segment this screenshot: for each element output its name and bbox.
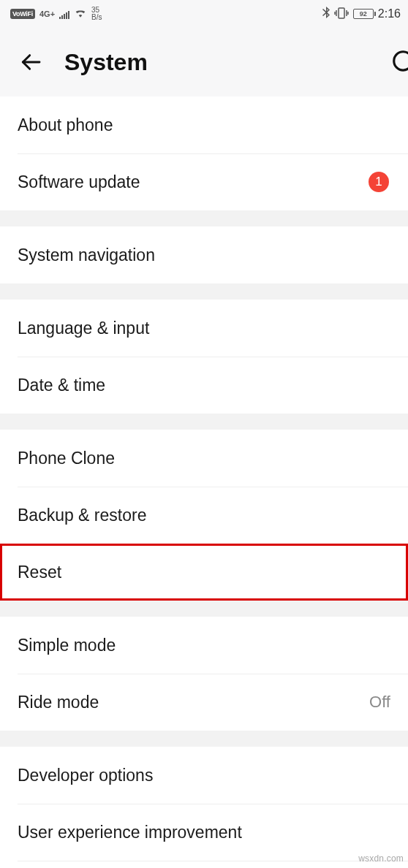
row-label: System navigation <box>18 245 390 265</box>
page-title: System <box>64 49 369 76</box>
row-developer-options[interactable]: Developer options <box>0 747 408 804</box>
row-label: Date & time <box>18 376 390 395</box>
group-about: About phone Software update 1 <box>0 96 408 210</box>
settings-list: About phone Software update 1 System nav… <box>0 96 408 868</box>
wifi-icon <box>74 7 87 20</box>
row-label: Language & input <box>18 319 390 338</box>
section-gap <box>0 601 408 617</box>
section-gap <box>0 731 408 747</box>
system-settings-screen: VoWiFi 4G+ 35 B/s 92 2:16 Syst <box>0 0 408 868</box>
status-left: VoWiFi 4G+ 35 B/s <box>10 7 102 21</box>
row-reset[interactable]: Reset <box>0 544 408 601</box>
row-label: Developer options <box>18 766 390 785</box>
row-label: User experience improvement <box>18 823 390 842</box>
row-certification-logos[interactable]: Certification logos <box>0 861 408 868</box>
section-gap <box>0 414 408 430</box>
header: System <box>0 28 408 96</box>
row-label: Backup & restore <box>18 506 390 525</box>
row-label: Phone Clone <box>18 449 390 468</box>
row-language-input[interactable]: Language & input <box>0 300 408 357</box>
battery-icon: 92 <box>353 9 374 19</box>
group-language-date: Language & input Date & time <box>0 300 408 414</box>
section-gap <box>0 210 408 226</box>
row-user-experience[interactable]: User experience improvement <box>0 804 408 861</box>
row-system-navigation[interactable]: System navigation <box>0 226 408 283</box>
search-button[interactable] <box>386 46 408 78</box>
watermark: wsxdn.com <box>358 853 404 864</box>
bluetooth-icon <box>322 7 330 21</box>
update-badge: 1 <box>369 172 389 192</box>
section-gap <box>0 283 408 300</box>
status-bar: VoWiFi 4G+ 35 B/s 92 2:16 <box>0 0 408 28</box>
back-button[interactable] <box>15 46 47 78</box>
row-label: About phone <box>18 115 390 135</box>
group-navigation: System navigation <box>0 226 408 283</box>
row-label: Ride mode <box>18 693 369 712</box>
vowifi-indicator: VoWiFi <box>10 9 35 19</box>
group-modes: Simple mode Ride mode Off <box>0 617 408 731</box>
row-value: Off <box>369 693 390 712</box>
network-indicator: 4G+ <box>39 11 55 18</box>
clock: 2:16 <box>378 7 401 20</box>
row-label: Reset <box>18 563 390 582</box>
row-backup-restore[interactable]: Backup & restore <box>0 487 408 544</box>
search-icon <box>390 48 408 76</box>
status-right: 92 2:16 <box>322 7 401 21</box>
row-software-update[interactable]: Software update 1 <box>0 153 408 210</box>
group-clone-backup-reset: Phone Clone Backup & restore Reset <box>0 430 408 601</box>
row-label: Simple mode <box>18 636 390 655</box>
group-developer: Developer options User experience improv… <box>0 747 408 868</box>
network-speed: 35 B/s <box>91 7 102 21</box>
svg-rect-0 <box>339 8 344 18</box>
vibrate-icon <box>334 7 349 21</box>
row-phone-clone[interactable]: Phone Clone <box>0 430 408 487</box>
svg-point-2 <box>394 52 408 70</box>
row-simple-mode[interactable]: Simple mode <box>0 617 408 674</box>
row-about-phone[interactable]: About phone <box>0 96 408 153</box>
row-date-time[interactable]: Date & time <box>0 357 408 414</box>
signal-icon <box>59 9 69 19</box>
row-ride-mode[interactable]: Ride mode Off <box>0 674 408 731</box>
back-arrow-icon <box>19 50 42 74</box>
row-label: Software update <box>18 172 369 192</box>
